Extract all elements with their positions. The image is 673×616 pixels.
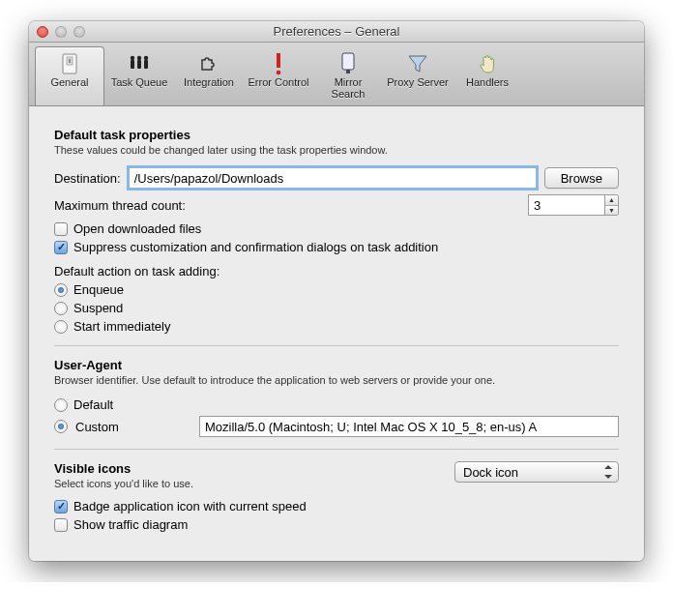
action-start-radio[interactable] [54, 320, 68, 334]
traffic-diagram-checkbox[interactable] [54, 518, 68, 532]
tab-task-queue[interactable]: Task Queue [104, 46, 174, 105]
svg-rect-12 [346, 70, 350, 73]
action-suspend-label: Suspend [73, 301, 123, 315]
ua-default-radio[interactable] [54, 398, 68, 412]
toolbar: General Task Queue Integration Error Con… [29, 43, 644, 106]
svg-rect-2 [69, 59, 71, 63]
open-downloaded-label: Open downloaded files [73, 221, 201, 236]
tab-label: Integration [177, 76, 241, 88]
mirror-icon [316, 51, 380, 76]
browse-button[interactable]: Browse [544, 167, 619, 189]
switch-icon [38, 51, 102, 76]
tab-label: Error Control [247, 76, 310, 88]
destination-input[interactable] [129, 167, 537, 189]
content-pane: Default task properties These values cou… [29, 106, 644, 561]
tab-integration[interactable]: Integration [174, 46, 244, 105]
tab-label: Mirror Search [316, 76, 380, 100]
puzzle-icon [177, 51, 241, 76]
svg-rect-6 [137, 60, 141, 69]
divider [54, 449, 619, 450]
preferences-window: Preferences – General General Task Queue… [29, 21, 644, 561]
task-properties-title: Default task properties [54, 128, 619, 142]
ua-custom-label: Custom [75, 420, 191, 434]
people-icon [107, 51, 171, 76]
task-properties-sub: These values could be changed later usin… [54, 144, 619, 156]
suppress-dialogs-checkbox[interactable] [54, 241, 68, 254]
action-start-label: Start immediately [73, 319, 170, 334]
visible-icons-title: Visible icons [54, 461, 447, 476]
badge-icon-label: Badge application icon with current spee… [73, 499, 307, 513]
tab-handlers[interactable]: Handlers [453, 46, 522, 105]
visible-icons-sub: Select icons you'd like to use. [54, 478, 447, 489]
svg-rect-11 [342, 53, 354, 70]
action-enqueue-radio[interactable] [54, 283, 68, 297]
tab-error-control[interactable]: Error Control [244, 46, 313, 105]
visible-icons-select[interactable]: Dock icon [454, 461, 619, 483]
hand-icon [455, 51, 519, 76]
badge-icon-checkbox[interactable] [54, 500, 68, 513]
traffic-diagram-label: Show traffic diagram [73, 517, 188, 532]
action-enqueue-label: Enqueue [73, 282, 124, 297]
ua-default-label: Default [73, 397, 113, 412]
funnel-icon [386, 51, 450, 76]
visible-icons-value: Dock icon [463, 465, 518, 480]
exclamation-icon [247, 51, 310, 76]
svg-rect-8 [144, 60, 148, 69]
ua-custom-radio[interactable] [54, 420, 68, 433]
tab-general[interactable]: General [35, 46, 104, 105]
max-thread-label: Maximum thread count: [54, 198, 186, 213]
tab-label: Proxy Server [386, 76, 450, 88]
tab-label: General [38, 76, 102, 88]
ua-custom-input[interactable] [199, 416, 619, 437]
tab-mirror-search[interactable]: Mirror Search [313, 46, 383, 105]
tab-label: Handlers [455, 76, 519, 88]
zoom-icon[interactable] [73, 26, 85, 38]
titlebar: Preferences – General [29, 21, 644, 43]
tab-label: Task Queue [107, 76, 171, 88]
action-suspend-radio[interactable] [54, 302, 68, 315]
user-agent-sub: Browser identifier. Use default to intro… [54, 374, 619, 386]
svg-point-7 [144, 56, 148, 60]
suppress-dialogs-label: Suppress customization and confirmation … [73, 240, 438, 254]
stepper-up-icon[interactable]: ▲ [605, 195, 618, 206]
tab-proxy-server[interactable]: Proxy Server [383, 46, 453, 105]
minimize-icon[interactable] [55, 26, 67, 38]
svg-point-10 [277, 71, 281, 75]
close-icon[interactable] [37, 26, 48, 38]
svg-rect-9 [277, 53, 280, 68]
svg-point-5 [137, 56, 141, 60]
user-agent-title: User-Agent [54, 358, 619, 372]
divider [54, 345, 619, 346]
stepper-down-icon[interactable]: ▼ [605, 206, 618, 216]
default-action-label: Default action on task adding: [54, 264, 619, 279]
max-thread-input[interactable] [528, 194, 605, 216]
open-downloaded-checkbox[interactable] [54, 222, 68, 236]
svg-point-3 [131, 56, 134, 60]
svg-rect-4 [131, 60, 134, 69]
destination-label: Destination: [54, 171, 121, 186]
window-title: Preferences – General [29, 24, 644, 39]
stepper[interactable]: ▲ ▼ [605, 194, 619, 216]
